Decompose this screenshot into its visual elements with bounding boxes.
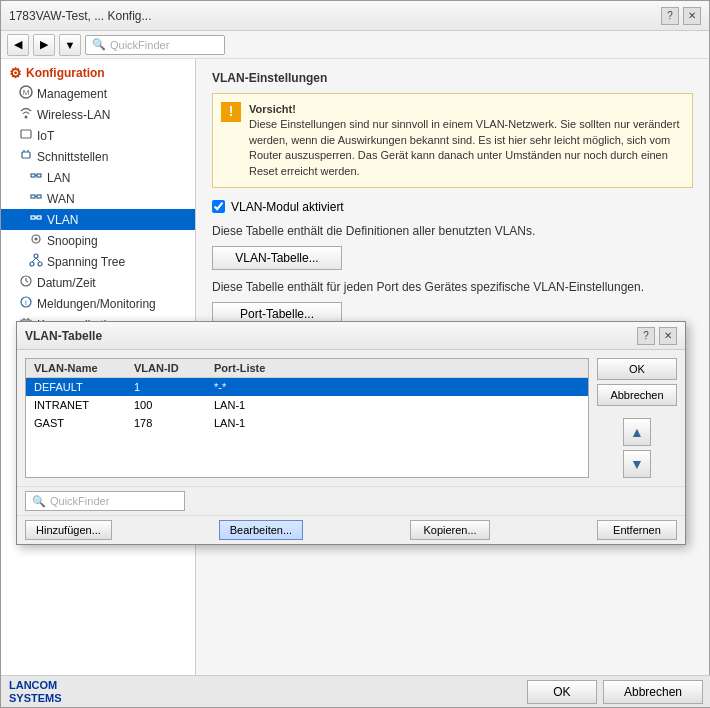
cancel-button[interactable]: Abbrechen	[603, 680, 703, 704]
sidebar-item-vlan[interactable]: VLAN	[1, 209, 195, 230]
warning-title: Vorsicht!	[249, 103, 296, 115]
down-button[interactable]: ▼	[623, 450, 651, 478]
dialog-ok-button[interactable]: OK	[597, 358, 677, 380]
dialog-title-btns: ? ✕	[637, 327, 677, 345]
sidebar-item-wireless[interactable]: Wireless-LAN	[1, 104, 195, 125]
row2-name: GAST	[30, 416, 130, 430]
col-vlan-id: VLAN-ID	[130, 361, 210, 375]
lan-icon	[29, 169, 43, 186]
quickfinder-label: QuickFinder	[110, 39, 169, 51]
row1-ports: LAN-1	[210, 398, 584, 412]
dialog-title-bar: VLAN-Tabelle ? ✕	[17, 322, 685, 350]
snooping-icon	[29, 232, 43, 249]
dialog-help-button[interactable]: ?	[637, 327, 655, 345]
row2-ports: LAN-1	[210, 416, 584, 430]
add-button[interactable]: Hinzufügen...	[25, 520, 112, 540]
svg-point-19	[30, 262, 34, 266]
bottom-bar: LANCOM SYSTEMS OK Abbrechen	[1, 675, 710, 707]
quickfinder-label: QuickFinder	[50, 495, 109, 507]
config-icon: ⚙	[9, 65, 22, 81]
table-row[interactable]: GAST 178 LAN-1	[26, 414, 588, 432]
desc1: Diese Tabelle enthält die Definitionen a…	[212, 224, 693, 238]
sidebar-item-spanning-tree[interactable]: Spanning Tree	[1, 251, 195, 272]
sidebar-item-datum-zeit[interactable]: Datum/Zeit	[1, 272, 195, 293]
svg-rect-11	[37, 195, 41, 198]
svg-point-17	[35, 238, 38, 241]
clock-icon	[19, 274, 33, 291]
info-icon: i	[19, 295, 33, 312]
row0-id: 1	[130, 380, 210, 394]
vlan-module-checkbox[interactable]	[212, 200, 225, 213]
management-icon: M	[19, 85, 33, 102]
back-button[interactable]: ◀	[7, 34, 29, 56]
copy-button[interactable]: Kopieren...	[410, 520, 490, 540]
svg-rect-4	[22, 152, 30, 158]
remove-button[interactable]: Entfernen	[597, 520, 677, 540]
title-bar-controls: ? ✕	[661, 7, 701, 25]
svg-text:i: i	[25, 298, 27, 307]
help-button[interactable]: ?	[661, 7, 679, 25]
row2-id: 178	[130, 416, 210, 430]
vlan-table: VLAN-Name VLAN-ID Port-Liste DEFAULT 1 *…	[25, 358, 589, 478]
dialog-right-buttons: OK Abbrechen ▲ ▼	[597, 358, 677, 478]
svg-line-21	[32, 258, 36, 262]
section-title: VLAN-Einstellungen	[212, 71, 693, 85]
ok-button[interactable]: OK	[527, 680, 597, 704]
svg-line-22	[36, 258, 40, 262]
forward-button[interactable]: ▶	[33, 34, 55, 56]
col-port-list: Port-Liste	[210, 361, 584, 375]
warning-content: Vorsicht! Diese Einstellungen sind nur s…	[249, 102, 684, 179]
quickfinder-toolbar[interactable]: 🔍 QuickFinder	[85, 35, 225, 55]
svg-rect-8	[37, 174, 41, 177]
table-header: VLAN-Name VLAN-ID Port-Liste	[26, 359, 588, 378]
svg-text:M: M	[23, 88, 30, 97]
svg-line-25	[26, 281, 28, 282]
svg-point-18	[34, 254, 38, 258]
edit-button[interactable]: Bearbeiten...	[219, 520, 303, 540]
up-button[interactable]: ▲	[623, 418, 651, 446]
dialog-cancel-button[interactable]: Abbrechen	[597, 384, 677, 406]
wan-icon	[29, 190, 43, 207]
sidebar-item-management[interactable]: M Management	[1, 83, 195, 104]
close-button[interactable]: ✕	[683, 7, 701, 25]
warning-icon: !	[221, 102, 241, 122]
vlan-table-button[interactable]: VLAN-Tabelle...	[212, 246, 342, 270]
schnittstellen-icon	[19, 148, 33, 165]
dialog-bottom-bar: Hinzufügen... Bearbeiten... Kopieren... …	[17, 515, 685, 544]
col-vlan-name: VLAN-Name	[30, 361, 130, 375]
sidebar-item-wan[interactable]: WAN	[1, 188, 195, 209]
table-row[interactable]: DEFAULT 1 *-*	[26, 378, 588, 396]
vlan-dialog: VLAN-Tabelle ? ✕ VLAN-Name VLAN-ID Port-…	[16, 321, 686, 545]
svg-point-20	[38, 262, 42, 266]
wireless-icon	[19, 106, 33, 123]
sidebar-item-iot[interactable]: IoT	[1, 125, 195, 146]
bottom-buttons: OK Abbrechen	[527, 680, 703, 704]
desc2: Diese Tabelle enthält für jeden Port des…	[212, 280, 693, 294]
title-bar: 1783VAW-Test, ... Konfig... ? ✕	[1, 1, 709, 31]
vlan-module-row: VLAN-Modul aktiviert	[212, 200, 693, 214]
dialog-quickfinder[interactable]: 🔍 QuickFinder	[25, 491, 185, 511]
search-icon: 🔍	[92, 38, 106, 51]
sidebar-item-konfiguration[interactable]: ⚙ Konfiguration	[1, 63, 195, 83]
table-row[interactable]: INTRANET 100 LAN-1	[26, 396, 588, 414]
sidebar-item-snooping[interactable]: Snooping	[1, 230, 195, 251]
svg-rect-10	[31, 195, 35, 198]
vlan-module-label: VLAN-Modul aktiviert	[231, 200, 344, 214]
toolbar: ◀ ▶ ▼ 🔍 QuickFinder	[1, 31, 709, 59]
svg-rect-7	[31, 174, 35, 177]
sidebar-item-lan[interactable]: LAN	[1, 167, 195, 188]
window-title: 1783VAW-Test, ... Konfig...	[9, 9, 152, 23]
lancom-logo: LANCOM SYSTEMS	[9, 679, 62, 703]
dialog-close-button[interactable]: ✕	[659, 327, 677, 345]
dialog-title: VLAN-Tabelle	[25, 329, 102, 343]
dropdown-button[interactable]: ▼	[59, 34, 81, 56]
dialog-content: VLAN-Name VLAN-ID Port-Liste DEFAULT 1 *…	[17, 350, 685, 486]
sidebar-item-meldungen[interactable]: i Meldungen/Monitoring	[1, 293, 195, 314]
vlan-icon	[29, 211, 43, 228]
sidebar-item-schnittstellen[interactable]: Schnittstellen	[1, 146, 195, 167]
iot-icon	[19, 127, 33, 144]
row1-name: INTRANET	[30, 398, 130, 412]
svg-rect-14	[37, 216, 41, 219]
row1-id: 100	[130, 398, 210, 412]
row0-ports: *-*	[210, 380, 584, 394]
